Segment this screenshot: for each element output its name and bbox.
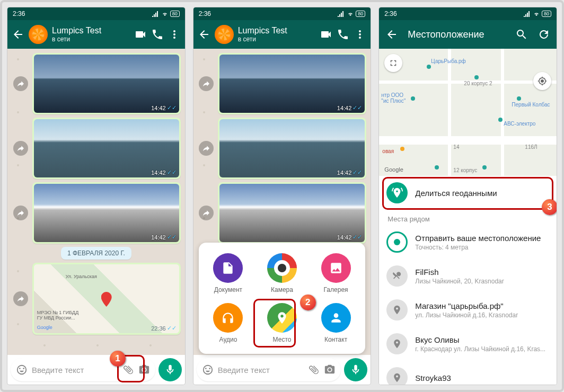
video-call-icon[interactable] bbox=[320, 28, 332, 41]
back-icon[interactable] bbox=[385, 28, 398, 41]
call-icon[interactable] bbox=[151, 28, 164, 41]
message-image[interactable]: 14:42✓✓ bbox=[32, 182, 181, 244]
chat-body[interactable]: 14:42✓✓ 14:42✓✓ 14:42✓✓ 1 ФЕВРАЛЯ 2020 Г… bbox=[7, 49, 185, 355]
attach-audio[interactable]: Аудио bbox=[204, 303, 253, 343]
attach-icon[interactable] bbox=[306, 361, 322, 378]
contact-status: в сети bbox=[52, 35, 130, 43]
message-input-container: Введите текст bbox=[197, 358, 341, 381]
emoji-icon[interactable] bbox=[16, 364, 28, 376]
place-item[interactable]: FilFish Лизы Чайкиной, 20, Krasnodar bbox=[379, 259, 557, 293]
status-bar: 2:36 80 bbox=[193, 7, 371, 20]
status-bar: 2:36 80 bbox=[7, 7, 185, 20]
my-location-icon[interactable] bbox=[533, 72, 551, 90]
signal-icon bbox=[524, 11, 531, 17]
read-ticks-icon: ✓✓ bbox=[167, 234, 177, 240]
forward-icon[interactable] bbox=[199, 206, 214, 220]
chat-header: Lumpics Test в сети bbox=[7, 20, 185, 49]
clock: 2:36 bbox=[199, 10, 211, 17]
status-bar: 2:36 80 bbox=[379, 7, 557, 20]
clock: 2:36 bbox=[384, 10, 396, 17]
call-icon[interactable] bbox=[337, 28, 349, 41]
callout-1: 1 bbox=[110, 351, 126, 367]
google-logo: Google bbox=[384, 166, 403, 173]
message-image[interactable]: 14:42✓✓ bbox=[218, 118, 366, 179]
contact-block[interactable]: Lumpics Test в сети bbox=[52, 26, 130, 43]
read-ticks-icon: ✓✓ bbox=[167, 169, 177, 176]
map-view[interactable]: ЦарьРыба.рф 20 корпус 2 нтр ООО "ис Плюс… bbox=[379, 49, 557, 176]
wifi-icon bbox=[347, 11, 354, 17]
message-image[interactable]: 14:42✓✓ bbox=[218, 182, 366, 244]
voice-button[interactable] bbox=[344, 358, 367, 381]
battery-icon: 80 bbox=[542, 11, 551, 17]
attach-document[interactable]: Документ bbox=[204, 253, 253, 293]
chat-header: Lumpics Test в сети bbox=[193, 20, 371, 49]
attach-camera[interactable]: Камера bbox=[258, 253, 306, 293]
voice-button[interactable] bbox=[158, 358, 182, 381]
contact-name: Lumpics Test bbox=[52, 26, 130, 35]
emoji-icon[interactable] bbox=[202, 364, 214, 376]
forward-icon[interactable] bbox=[13, 291, 28, 306]
avatar[interactable] bbox=[29, 25, 48, 44]
place-item[interactable]: Магазин "царьрыба.рф" ул. Лизы Чайкиной … bbox=[379, 293, 557, 327]
screen-attach: 2:36 80 Lumpics Test в сети 14:42✓✓ 14:4… bbox=[193, 7, 371, 385]
read-ticks-icon: ✓✓ bbox=[167, 325, 177, 332]
menu-icon[interactable] bbox=[168, 28, 181, 41]
share-live-location[interactable]: Делиться геоданными bbox=[379, 176, 557, 210]
date-separator: 1 ФЕВРАЛЯ 2020 Г. bbox=[61, 247, 131, 260]
message-input[interactable]: Введите текст bbox=[218, 366, 304, 375]
refresh-icon[interactable] bbox=[537, 28, 550, 41]
camera-icon[interactable] bbox=[138, 364, 150, 376]
place-item[interactable]: Вкус Оливы г. Краснодар ул. Лизы Чайкино… bbox=[379, 327, 557, 361]
message-image[interactable]: 14:42✓✓ bbox=[32, 118, 181, 179]
attach-gallery[interactable]: Галерея bbox=[312, 253, 360, 293]
forward-icon[interactable] bbox=[13, 141, 28, 156]
contact-block[interactable]: Lumpics Test в сети bbox=[238, 26, 316, 43]
callout-2: 2 bbox=[300, 295, 316, 310]
input-bar: Введите текст 1 bbox=[7, 355, 185, 385]
menu-icon[interactable] bbox=[354, 28, 366, 41]
location-list: Делиться геоданными 3 Места рядом Отправ… bbox=[379, 176, 557, 385]
clock: 2:36 bbox=[13, 10, 25, 17]
back-icon[interactable] bbox=[198, 28, 210, 41]
fullscreen-icon[interactable] bbox=[384, 54, 402, 72]
battery-icon: 80 bbox=[356, 11, 365, 17]
signal-icon bbox=[152, 11, 160, 17]
input-bar: Введите текст bbox=[193, 355, 371, 385]
nearby-header: Места рядом bbox=[379, 210, 557, 225]
wifi-icon bbox=[533, 11, 540, 17]
send-current-location[interactable]: Отправить ваше местоположение Точность: … bbox=[379, 225, 557, 259]
screen-chat: 2:36 80 Lumpics Test в сети 14:42✓✓ 14:4… bbox=[7, 7, 185, 385]
message-location[interactable]: Ул. Уральская МРЭО № 1 ГИБДД ГУ МВД Росс… bbox=[32, 263, 181, 335]
attach-location[interactable]: Место 2 bbox=[258, 303, 306, 343]
screen-location: 2:36 80 Местоположение ЦарьРыба.рф 20 ко… bbox=[379, 7, 557, 385]
back-icon[interactable] bbox=[12, 28, 24, 41]
location-header: Местоположение bbox=[379, 20, 557, 49]
attach-contact[interactable]: Контакт bbox=[312, 303, 360, 343]
forward-icon[interactable] bbox=[13, 206, 28, 220]
message-input[interactable]: Введите текст bbox=[32, 366, 118, 375]
search-icon[interactable] bbox=[515, 28, 528, 41]
place-item[interactable]: Stroyka93 bbox=[379, 361, 557, 385]
video-call-icon[interactable] bbox=[134, 28, 147, 41]
message-input-container: Введите текст bbox=[11, 358, 155, 381]
avatar[interactable] bbox=[215, 25, 234, 44]
forward-icon[interactable] bbox=[199, 141, 214, 156]
message-image[interactable]: 14:42✓✓ bbox=[32, 53, 181, 114]
callout-3: 3 bbox=[542, 199, 557, 215]
signal-icon bbox=[338, 11, 345, 17]
attach-sheet: Документ Камера Галерея Аудио Место 2 Ко… bbox=[199, 243, 366, 354]
page-title: Местоположение bbox=[408, 29, 506, 40]
forward-icon[interactable] bbox=[199, 76, 214, 91]
read-ticks-icon: ✓✓ bbox=[167, 104, 177, 111]
battery-icon: 80 bbox=[170, 11, 180, 17]
message-image[interactable]: 14:42✓✓ bbox=[218, 53, 366, 114]
map-thumbnail: Ул. Уральская МРЭО № 1 ГИБДД ГУ МВД Росс… bbox=[34, 264, 179, 333]
camera-icon[interactable] bbox=[324, 364, 336, 376]
forward-icon[interactable] bbox=[13, 76, 28, 91]
wifi-icon bbox=[161, 11, 169, 17]
